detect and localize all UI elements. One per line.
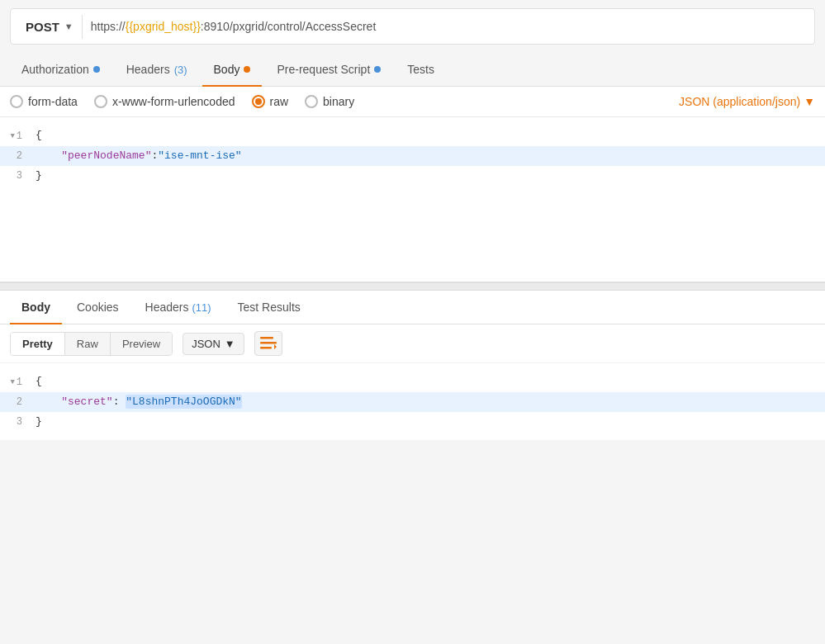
authorization-dot-icon xyxy=(93,66,100,73)
svg-rect-0 xyxy=(260,337,273,339)
response-tab-cookies[interactable]: Cookies xyxy=(65,291,130,324)
response-section: Body Cookies Headers (11) Test Results P… xyxy=(0,291,825,440)
radio-form-data-label: form-data xyxy=(28,95,78,108)
tab-headers-label: Headers xyxy=(126,63,170,76)
body-dot-icon xyxy=(244,66,250,73)
tab-headers[interactable]: Headers (3) xyxy=(115,53,199,86)
radio-urlencoded-circle xyxy=(94,95,107,108)
method-selector[interactable]: POST ▼ xyxy=(17,15,83,39)
json-format-selector[interactable]: JSON (application/json) ▼ xyxy=(679,95,815,108)
format-select[interactable]: JSON ▼ xyxy=(183,333,244,355)
response-tab-headers-label: Headers xyxy=(145,301,189,314)
format-select-label: JSON xyxy=(192,338,220,350)
response-line-3: 3 } xyxy=(0,412,825,432)
request-line-3: 3 } xyxy=(0,166,825,186)
wrap-button[interactable] xyxy=(254,331,282,356)
response-value: "L8shnPTh4JoOGDkN" xyxy=(126,395,241,409)
tab-tests-label: Tests xyxy=(407,63,434,76)
line-number-1: ▼ 1 xyxy=(0,128,29,144)
radio-binary-circle xyxy=(305,95,318,108)
headers-badge: (3) xyxy=(174,64,187,76)
response-line-arrow-1: ▼ xyxy=(10,374,14,391)
method-label: POST xyxy=(26,20,59,34)
response-toolbar: Pretty Raw Preview JSON ▼ xyxy=(0,324,825,363)
response-key: "secret" xyxy=(61,395,112,408)
svg-marker-3 xyxy=(274,344,277,349)
tab-body[interactable]: Body xyxy=(202,53,263,86)
line-content-1: { xyxy=(29,127,42,144)
request-key: "peerNodeName" xyxy=(61,149,151,162)
svg-rect-1 xyxy=(260,342,277,344)
format-select-chevron-icon: ▼ xyxy=(225,338,235,350)
line-number-2: 2 xyxy=(0,148,29,164)
svg-rect-2 xyxy=(260,347,272,349)
radio-urlencoded[interactable]: x-www-form-urlencoded xyxy=(94,95,235,108)
response-code-editor: ▼ 1 { 2 "secret": "L8shnPTh4JoOGDkN" 3 } xyxy=(0,363,825,440)
response-line-2: 2 "secret": "L8shnPTh4JoOGDkN" xyxy=(0,392,825,412)
response-tab-body-label: Body xyxy=(21,301,50,314)
response-line-content-2: "secret": "L8shnPTh4JoOGDkN" xyxy=(29,394,242,410)
response-line-number-2: 2 xyxy=(0,394,29,410)
response-line-1: ▼ 1 { xyxy=(0,372,825,392)
response-headers-badge: (11) xyxy=(192,301,211,314)
url-prefix: https:// xyxy=(91,20,126,33)
request-code-editor[interactable]: ▼ 1 { 2 "peerNodeName":"ise-mnt-ise" 3 } xyxy=(0,117,825,282)
response-tab-cookies-label: Cookies xyxy=(77,301,119,314)
response-line-content-3: } xyxy=(29,414,42,430)
tab-prerequest-label: Pre-request Script xyxy=(277,63,370,76)
json-format-chevron-icon: ▼ xyxy=(804,95,815,108)
tab-authorization-label: Authorization xyxy=(21,63,89,76)
request-value: "ise-mnt-ise" xyxy=(158,149,241,162)
radio-binary[interactable]: binary xyxy=(305,95,354,108)
url-display[interactable]: https://{{pxgrid_host}}:8910/pxgrid/cont… xyxy=(91,20,808,33)
response-tab-headers[interactable]: Headers (11) xyxy=(134,291,223,324)
format-raw-button[interactable]: Raw xyxy=(65,333,111,355)
response-line-content-1: { xyxy=(29,373,42,390)
url-suffix: :8910/pxgrid/control/AccessSecret xyxy=(201,20,376,33)
response-tab-test-results[interactable]: Test Results xyxy=(226,291,312,324)
format-group: Pretty Raw Preview xyxy=(10,332,173,356)
body-type-selector: form-data x-www-form-urlencoded raw bina… xyxy=(0,87,825,117)
radio-raw-circle xyxy=(252,95,265,108)
response-tab-body[interactable]: Body xyxy=(10,291,62,324)
url-template-var: {{pxgrid_host}} xyxy=(126,20,201,33)
request-tabs: Authorization Headers (3) Body Pre-reque… xyxy=(0,53,825,87)
line-arrow-1: ▼ xyxy=(10,128,14,144)
line-number-3: 3 xyxy=(0,168,29,184)
tab-tests[interactable]: Tests xyxy=(396,53,446,86)
radio-urlencoded-label: x-www-form-urlencoded xyxy=(112,95,235,108)
request-line-1: ▼ 1 { xyxy=(0,125,825,146)
format-pretty-button[interactable]: Pretty xyxy=(11,333,65,355)
json-format-label: JSON (application/json) xyxy=(679,95,800,108)
tab-prerequest[interactable]: Pre-request Script xyxy=(265,53,392,86)
line-content-3: } xyxy=(29,168,42,184)
request-line-2: 2 "peerNodeName":"ise-mnt-ise" xyxy=(0,146,825,166)
radio-raw[interactable]: raw xyxy=(252,95,289,108)
radio-binary-label: binary xyxy=(323,95,354,108)
response-tab-test-results-label: Test Results xyxy=(238,301,301,314)
wrap-icon xyxy=(260,337,277,350)
radio-form-data-circle xyxy=(10,95,23,108)
tab-body-label: Body xyxy=(214,63,240,76)
url-bar: POST ▼ https://{{pxgrid_host}}:8910/pxgr… xyxy=(10,8,815,45)
response-line-number-1: ▼ 1 xyxy=(0,374,29,391)
radio-form-data[interactable]: form-data xyxy=(10,95,78,108)
response-tabs: Body Cookies Headers (11) Test Results xyxy=(0,291,825,324)
method-chevron-icon: ▼ xyxy=(64,21,73,31)
section-divider xyxy=(0,282,825,291)
radio-raw-label: raw xyxy=(270,95,289,108)
prerequest-dot-icon xyxy=(374,66,381,73)
line-content-2: "peerNodeName":"ise-mnt-ise" xyxy=(29,148,242,164)
format-preview-button[interactable]: Preview xyxy=(111,333,172,355)
response-line-number-3: 3 xyxy=(0,414,29,430)
tab-authorization[interactable]: Authorization xyxy=(10,53,111,86)
